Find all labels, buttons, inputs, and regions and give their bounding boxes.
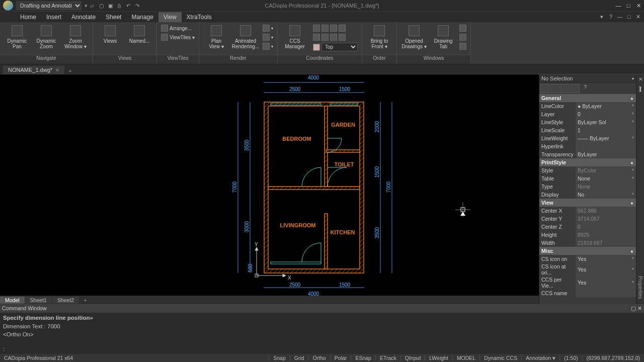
- doc-restore-icon[interactable]: □: [626, 14, 632, 20]
- window-tool-icon[interactable]: [459, 43, 466, 50]
- properties-tab-label[interactable]: Properties: [637, 276, 643, 299]
- prop-value[interactable]: Yes: [576, 255, 636, 263]
- coord-tool-icon[interactable]: [313, 34, 320, 41]
- status-toggle[interactable]: Polar: [330, 355, 351, 361]
- menu-tab-view[interactable]: View: [158, 12, 182, 22]
- render-tool-icon[interactable]: [263, 34, 270, 41]
- prop-value[interactable]: No: [576, 191, 636, 199]
- props-tool-icon[interactable]: [540, 84, 549, 93]
- ribbon-tool[interactable]: CCSManager: [281, 24, 309, 49]
- menu-tab-xtratools[interactable]: XtraTools: [182, 12, 217, 22]
- cmd-dock-icon[interactable]: ▢: [631, 305, 636, 311]
- cmd-close-icon[interactable]: ✕: [637, 305, 642, 311]
- layer-color-icon[interactable]: [313, 44, 320, 51]
- coord-tool-icon[interactable]: [321, 25, 329, 32]
- panel-pin-icon[interactable]: 𝐈: [639, 85, 641, 94]
- prop-value[interactable]: [576, 142, 636, 150]
- props-section-header[interactable]: Misc▲: [539, 247, 636, 255]
- document-tab-label: NONAME_1.dwg*: [8, 67, 52, 73]
- status-toggle[interactable]: Ortho: [308, 355, 330, 361]
- status-toggle[interactable]: QInput: [400, 355, 425, 361]
- prop-value[interactable]: Yes: [576, 276, 636, 289]
- status-toggle[interactable]: ESnap: [351, 355, 375, 361]
- coord-tool-icon[interactable]: [339, 34, 346, 41]
- menu-tab-home[interactable]: Home: [15, 12, 41, 22]
- coord-tool-icon[interactable]: [321, 34, 329, 41]
- prop-value[interactable]: 0: [576, 110, 636, 118]
- prop-key: Table: [539, 174, 576, 183]
- ribbon-tool[interactable]: ZoomWindow ▾: [61, 24, 90, 49]
- props-section-header[interactable]: View▲: [539, 199, 636, 207]
- status-toggle[interactable]: Grid: [290, 355, 308, 361]
- menu-tab-manage[interactable]: Manage: [126, 12, 158, 22]
- menu-tab-sheet[interactable]: Sheet: [101, 12, 126, 22]
- status-toggle[interactable]: Snap: [269, 355, 290, 361]
- window-tool-icon[interactable]: [459, 34, 466, 41]
- prop-value[interactable]: ByLayer: [576, 150, 636, 158]
- sheet-tab[interactable]: Sheet1: [25, 297, 52, 304]
- add-sheet-button[interactable]: +: [79, 297, 91, 303]
- coord-tool-icon[interactable]: [313, 25, 320, 32]
- status-toggle[interactable]: Dynamic CCS: [479, 355, 521, 361]
- qat-print-icon[interactable]: ⎙: [116, 2, 123, 9]
- coord-tool-icon[interactable]: [330, 34, 337, 41]
- help-icon[interactable]: ?: [608, 14, 614, 20]
- qat-save-icon[interactable]: ▣: [107, 2, 114, 9]
- document-tab[interactable]: NONAME_1.dwg* ✕: [3, 66, 64, 74]
- ribbon-tool[interactable]: DynamicPan: [3, 24, 31, 49]
- qat-new-icon[interactable]: ▱: [89, 2, 96, 9]
- menu-down-icon[interactable]: ▾: [599, 14, 605, 20]
- doc-close-icon[interactable]: ✕: [635, 14, 641, 20]
- prop-value[interactable]: ByLayer Sol: [576, 118, 636, 126]
- qat-redo-icon[interactable]: ↷: [134, 2, 141, 9]
- props-section-header[interactable]: PrintStyle▲: [539, 158, 636, 166]
- ribbon-tool[interactable]: Views: [96, 24, 124, 44]
- qat-undo-icon[interactable]: ↶: [125, 2, 132, 9]
- workspace-selector[interactable]: Drafting and Annotation: [16, 1, 82, 10]
- panel-close-icon[interactable]: ✕: [638, 76, 642, 82]
- status-toggle[interactable]: MODEL: [452, 355, 479, 361]
- ribbon-tool[interactable]: Arrange...: [160, 24, 196, 32]
- props-help-icon[interactable]: ?: [581, 84, 590, 93]
- ribbon-tool[interactable]: PlanView ▾: [202, 24, 230, 49]
- menu-tab-insert[interactable]: Insert: [41, 12, 66, 22]
- props-section-header[interactable]: General▲: [539, 94, 636, 102]
- render-tool-icon[interactable]: [263, 25, 270, 32]
- close-button[interactable]: ✕: [635, 3, 642, 9]
- ribbon-tool[interactable]: Named...: [125, 24, 153, 44]
- ribbon-tool[interactable]: DynamicZoom: [32, 24, 60, 49]
- ribbon-tool[interactable]: DrawingTab: [429, 24, 457, 49]
- drawing-canvas[interactable]: X Y BEDROOMGARDENTOILETLIVINGROOMKITCHEN…: [0, 74, 539, 304]
- props-tool-icon[interactable]: [560, 84, 570, 93]
- sheet-tab[interactable]: Model: [0, 297, 25, 304]
- props-tool-icon[interactable]: [550, 84, 559, 93]
- maximize-button[interactable]: □: [625, 3, 632, 9]
- status-toggle[interactable]: Annotation ▾: [521, 355, 559, 361]
- render-tool-icon[interactable]: [263, 43, 270, 50]
- props-tool-icon[interactable]: [571, 84, 580, 93]
- coord-tool-icon[interactable]: [330, 25, 337, 32]
- ribbon-tool[interactable]: ViewTiles ▾: [160, 33, 196, 41]
- ribbon-tool[interactable]: Bring toFront ▾: [365, 24, 393, 49]
- doc-minimize-icon[interactable]: —: [617, 14, 623, 20]
- qat-open-icon[interactable]: ▢: [98, 2, 105, 9]
- prop-value[interactable]: [576, 289, 636, 297]
- prop-value[interactable]: ● ByLayer: [576, 102, 636, 110]
- command-input[interactable]: :: [0, 345, 644, 353]
- sheet-tab[interactable]: Sheet2: [52, 297, 79, 304]
- close-tab-icon[interactable]: ✕: [55, 67, 59, 73]
- prop-value[interactable]: 1: [576, 126, 636, 134]
- prop-value[interactable]: None: [576, 174, 636, 183]
- prop-value[interactable]: Yes: [576, 263, 636, 276]
- ribbon-tool[interactable]: AnimatedRendering...: [231, 24, 260, 49]
- ribbon-tool[interactable]: OpenedDrawings ▾: [400, 24, 428, 49]
- coord-tool-icon[interactable]: [339, 25, 346, 32]
- window-tool-icon[interactable]: [459, 25, 466, 32]
- layer-selector[interactable]: Top: [321, 43, 358, 51]
- status-toggle[interactable]: LWeight: [425, 355, 452, 361]
- menu-tab-annotate[interactable]: Annotate: [66, 12, 101, 22]
- prop-value[interactable]: —— ByLayer: [576, 134, 636, 142]
- minimize-button[interactable]: —: [615, 3, 622, 9]
- new-tab-button[interactable]: +: [65, 68, 74, 74]
- status-toggle[interactable]: ETrack: [375, 355, 400, 361]
